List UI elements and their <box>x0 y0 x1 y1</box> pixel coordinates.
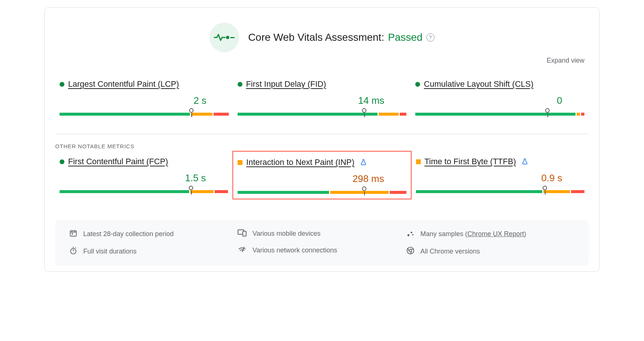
metric-lcp: Largest Contentful Paint (LCP) 2 s <box>55 73 233 120</box>
percentile-marker <box>543 186 547 190</box>
footer-item: Various network connections <box>238 246 406 255</box>
percentile-marker <box>545 108 550 113</box>
footer-item-text: All Chrome versions <box>420 248 480 255</box>
expand-view-button[interactable]: Expand view <box>547 57 584 64</box>
distribution-bar <box>415 110 584 117</box>
metric-fcp: First Contentful Paint (FCP) 1.5 s <box>55 151 232 199</box>
footer-item-text: Full visit durations <box>83 248 137 255</box>
percentile-marker <box>189 108 194 113</box>
svg-point-8 <box>410 232 412 234</box>
footer-item-text: Latest 28-day collection period <box>83 230 174 238</box>
svg-point-0 <box>226 36 229 39</box>
svg-rect-2 <box>70 231 77 236</box>
bar-poor-segment <box>390 191 406 194</box>
core-metrics-row: Largest Contentful Paint (LCP) 2 s First… <box>45 73 599 134</box>
svg-point-7 <box>407 234 409 236</box>
status-indicator <box>415 82 420 87</box>
distribution-bar <box>238 188 406 196</box>
metric-name-link[interactable]: Time to First Byte (TTFB) <box>425 157 516 166</box>
footer-item-text: Many samples (Chrome UX Report) <box>420 230 526 238</box>
other-metrics-row: First Contentful Paint (FCP) 1.5 s Inter… <box>45 151 599 213</box>
percentile-marker <box>362 108 366 113</box>
metric-value: 298 ms <box>238 167 406 187</box>
footer-item: Many samples (Chrome UX Report) <box>406 229 575 239</box>
metric-ttfb: Time to First Byte (TTFB) 0.9 s <box>412 151 589 199</box>
svg-point-9 <box>412 234 413 236</box>
distribution-bar <box>60 188 228 195</box>
svg-rect-3 <box>71 233 73 235</box>
flask-icon <box>521 158 529 165</box>
metric-value: 0.9 s <box>416 166 584 186</box>
footer-item: Latest 28-day collection period <box>69 229 238 239</box>
metric-name-link[interactable]: Interaction to Next Paint (INP) <box>246 158 354 167</box>
bar-poor-segment <box>400 113 406 116</box>
percentile-marker <box>362 186 366 191</box>
bar-good-segment <box>60 190 189 193</box>
stopwatch-icon <box>69 246 77 256</box>
distribution-bar <box>60 110 229 117</box>
footer-item: Full visit durations <box>69 246 238 256</box>
metric-inp: Interaction to Next Paint (INP) 298 ms <box>232 151 411 199</box>
bar-poor-segment <box>571 190 584 193</box>
distribution-bar <box>238 110 407 117</box>
footer-item: Various mobile devices <box>238 229 406 238</box>
help-icon[interactable]: ? <box>426 33 435 42</box>
assessment-title-prefix: Core Web Vitals Assessment: <box>248 32 384 43</box>
bar-avg-segment <box>330 191 388 194</box>
svg-rect-6 <box>243 231 246 236</box>
svg-point-10 <box>407 247 413 254</box>
assessment-status: Passed <box>388 32 422 43</box>
wifi-icon <box>238 246 246 255</box>
metric-name-link[interactable]: First Contentful Paint (FCP) <box>68 157 168 166</box>
metric-value: 1.5 s <box>60 166 228 186</box>
metric-name-link[interactable]: Largest Contentful Paint (LCP) <box>68 79 179 89</box>
footer-item-text: Various mobile devices <box>252 230 321 238</box>
scatter-icon <box>406 229 415 239</box>
status-indicator <box>238 82 242 87</box>
assessment-header: Core Web Vitals Assessment: Passed ? <box>45 8 599 57</box>
percentile-marker <box>189 186 193 190</box>
bar-avg-segment <box>379 113 399 116</box>
status-indicator <box>60 82 64 87</box>
bar-good-segment <box>416 190 543 193</box>
bar-poor-segment <box>214 113 229 116</box>
svg-point-4 <box>71 249 76 254</box>
metric-value: 0 <box>415 89 584 109</box>
metric-cls: Cumulative Layout Shift (CLS) 0 <box>411 73 589 120</box>
bar-good-segment <box>238 113 378 116</box>
bar-good-segment <box>238 191 329 194</box>
core-web-vitals-card: Core Web Vitals Assessment: Passed ? Exp… <box>44 7 600 272</box>
pulse-badge-icon <box>209 23 239 52</box>
bar-avg-segment <box>190 190 214 193</box>
chrome-icon <box>406 246 415 256</box>
metric-fid: First Input Delay (FID) 14 ms <box>233 73 411 120</box>
expand-view-row: Expand view <box>45 57 599 73</box>
footer-item: All Chrome versions <box>406 246 575 256</box>
status-indicator <box>416 159 421 164</box>
devices-icon <box>238 229 246 238</box>
distribution-bar <box>416 188 584 195</box>
metric-name-link[interactable]: Cumulative Layout Shift (CLS) <box>424 79 533 89</box>
metric-value: 2 s <box>60 89 229 109</box>
bar-avg-segment <box>577 113 580 116</box>
bar-poor-segment <box>581 113 584 116</box>
assessment-title: Core Web Vitals Assessment: Passed ? <box>248 32 434 43</box>
bar-avg-segment <box>191 113 213 116</box>
bar-poor-segment <box>215 190 228 193</box>
data-source-footer: Latest 28-day collection period Full vis… <box>55 220 589 265</box>
bar-good-segment <box>60 113 190 116</box>
status-indicator <box>238 160 242 165</box>
bar-good-segment <box>415 113 576 116</box>
other-metrics-heading: OTHER NOTABLE METRICS <box>45 134 599 151</box>
calendar-icon <box>69 229 77 239</box>
flask-icon <box>360 159 367 166</box>
metric-value: 14 ms <box>238 89 407 109</box>
bar-avg-segment <box>543 190 570 193</box>
metric-name-link[interactable]: First Input Delay (FID) <box>246 79 326 89</box>
svg-rect-1 <box>230 37 235 38</box>
footer-item-text: Various network connections <box>252 246 337 254</box>
status-indicator <box>60 159 64 164</box>
